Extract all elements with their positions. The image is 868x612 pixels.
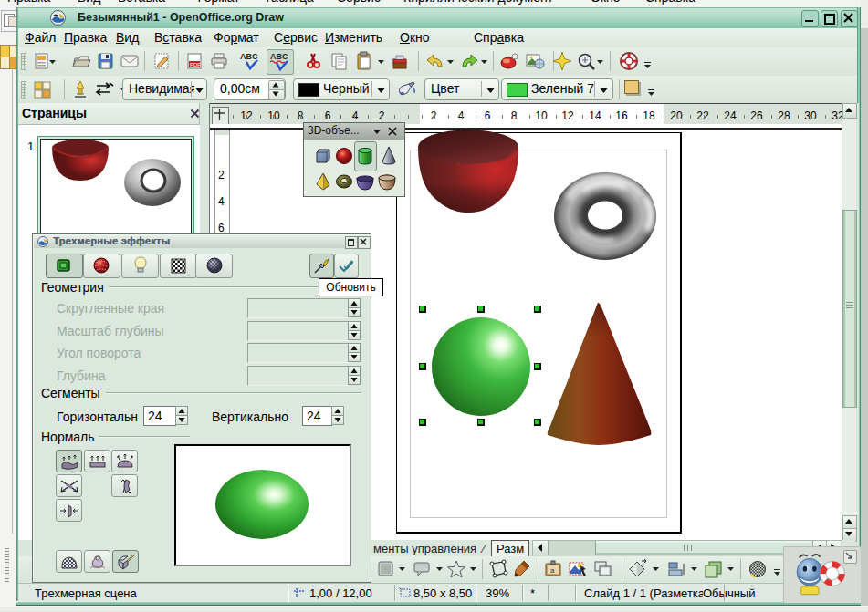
svg-text:ABC: ABC: [240, 52, 258, 61]
svg-text:ABC: ABC: [270, 52, 288, 61]
svg-text:PDF: PDF: [190, 62, 201, 67]
svg-text:a: a: [550, 566, 555, 575]
